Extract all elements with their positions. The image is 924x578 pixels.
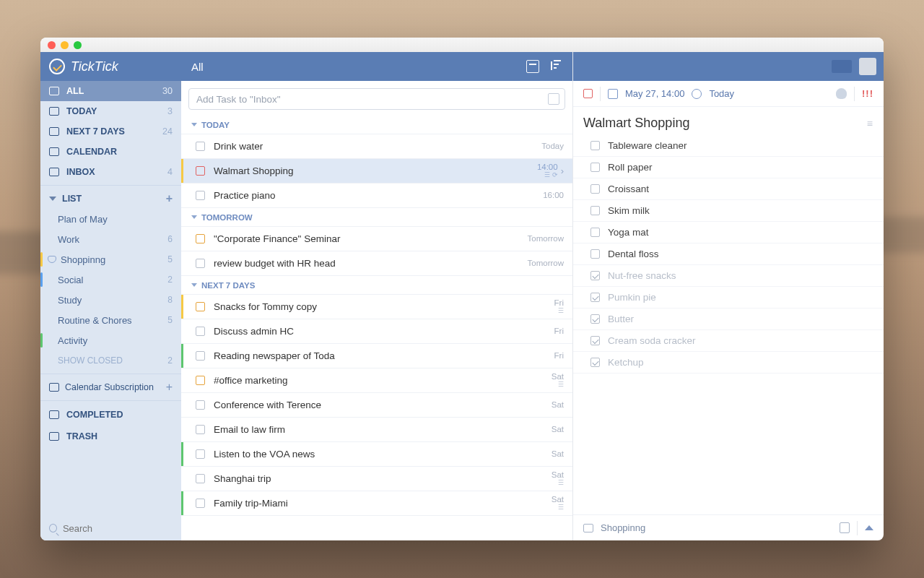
collapse-icon[interactable] xyxy=(865,525,873,530)
checklist-checkbox[interactable] xyxy=(590,163,600,172)
sort-icon[interactable] xyxy=(549,60,562,73)
checklist-item[interactable]: Nut-free snacks xyxy=(573,265,884,287)
task-group-header[interactable]: TOMORROW xyxy=(181,208,572,227)
task-row[interactable]: Shanghai trip Sat☰ xyxy=(181,467,572,491)
avatar[interactable] xyxy=(859,58,876,75)
priority-indicator[interactable]: !!! xyxy=(862,88,873,99)
task-row[interactable]: Conference with Terence Sat xyxy=(181,393,572,418)
checklist-checkbox[interactable] xyxy=(590,228,600,237)
add-calendar-button[interactable]: + xyxy=(166,381,173,394)
task-row[interactable]: Drink water Today xyxy=(181,134,572,159)
task-complete-checkbox[interactable] xyxy=(583,89,593,98)
checklist-item[interactable]: Croissant xyxy=(573,178,884,200)
sync-status-chip[interactable] xyxy=(832,60,852,73)
checklist-item[interactable]: Tableware cleaner xyxy=(573,135,884,157)
checklist-label: Croissant xyxy=(608,184,649,194)
task-checkbox[interactable] xyxy=(196,142,205,151)
repeat-icon[interactable] xyxy=(692,89,702,99)
task-checkbox[interactable] xyxy=(196,376,205,385)
trash-link[interactable]: TRASH xyxy=(40,426,181,447)
task-row[interactable]: Listen to the VOA news Sat xyxy=(181,442,572,467)
checklist-item[interactable]: Yoga mat xyxy=(573,222,884,243)
task-row[interactable]: Family trip-Miami Sat☰ xyxy=(181,491,572,516)
search-input[interactable] xyxy=(63,523,173,534)
sidebar-smart-all[interactable]: ALL 30 xyxy=(40,81,181,101)
sidebar-list-study[interactable]: Study8 xyxy=(40,290,181,310)
add-task-input[interactable] xyxy=(188,88,565,110)
checklist-checkbox[interactable] xyxy=(590,184,600,194)
completed-link[interactable]: COMPLETED xyxy=(40,404,181,426)
task-row[interactable]: Email to law firm Sat xyxy=(181,418,572,442)
checklist-checkbox[interactable] xyxy=(590,141,600,150)
nav-label: NEXT 7 DAYS xyxy=(66,126,125,137)
task-checkbox[interactable] xyxy=(196,259,205,268)
task-row[interactable]: Discuss admin HC Fri xyxy=(181,319,572,344)
trash-icon[interactable] xyxy=(840,522,850,533)
sidebar-smart-next-7-days[interactable]: NEXT 7 DAYS 24 xyxy=(40,121,181,142)
zoom-window-button[interactable] xyxy=(74,41,82,49)
checklist-checkbox[interactable] xyxy=(590,293,600,302)
calendar-subscription[interactable]: Calendar Subscription + xyxy=(40,377,181,397)
add-list-button[interactable]: + xyxy=(166,192,173,205)
task-checkbox[interactable] xyxy=(196,302,205,311)
sidebar-smart-today[interactable]: TODAY 3 xyxy=(40,101,181,121)
checklist-checkbox[interactable] xyxy=(590,271,600,280)
checklist-item[interactable]: Roll paper xyxy=(573,157,884,178)
assignee-icon[interactable] xyxy=(836,88,847,99)
task-checkbox[interactable] xyxy=(196,234,205,243)
close-window-button[interactable] xyxy=(48,41,56,49)
detail-list-name[interactable]: Shoppinng xyxy=(601,522,645,533)
task-group-header[interactable]: TODAY xyxy=(181,116,572,134)
detail-pane-header xyxy=(573,52,884,81)
task-row[interactable]: Reading newspaper of Toda Fri xyxy=(181,344,572,368)
list-section-header[interactable]: LIST + xyxy=(40,189,181,209)
more-menu-icon[interactable]: ≡ xyxy=(867,118,873,129)
checklist-item[interactable]: Dental floss xyxy=(573,243,884,265)
task-row[interactable]: review budget with HR head Tomorrow xyxy=(181,251,572,276)
checklist-item[interactable]: Skim milk xyxy=(573,200,884,222)
checklist-checkbox[interactable] xyxy=(590,314,600,324)
sidebar-smart-inbox[interactable]: INBOX 4 xyxy=(40,162,181,182)
sidebar-list-activity[interactable]: Activity xyxy=(40,330,181,350)
task-repeat[interactable]: Today xyxy=(709,88,734,99)
task-checkbox[interactable] xyxy=(196,327,205,336)
checklist-item[interactable]: Ketchup xyxy=(573,352,884,374)
archive-icon[interactable] xyxy=(526,60,539,73)
show-closed[interactable]: SHOW CLOSED 2 xyxy=(40,350,181,371)
task-checkbox[interactable] xyxy=(196,191,205,200)
task-row[interactable]: Practice piano 16:00 xyxy=(181,184,572,208)
minimize-window-button[interactable] xyxy=(61,41,69,49)
task-due-date[interactable]: May 27, 14:00 xyxy=(625,88,684,99)
task-checkbox[interactable] xyxy=(196,351,205,361)
sidebar-list-work[interactable]: Work6 xyxy=(40,229,181,249)
task-group-header[interactable]: NEXT 7 DAYS xyxy=(181,276,572,295)
sidebar-smart-calendar[interactable]: CALENDAR xyxy=(40,142,181,162)
sidebar-list-social[interactable]: Social2 xyxy=(40,269,181,290)
task-checkbox[interactable] xyxy=(196,425,205,434)
checklist-checkbox[interactable] xyxy=(590,358,600,367)
sidebar-list-plan-of-may[interactable]: Plan of May xyxy=(40,209,181,229)
task-row[interactable]: Snacks for Tommy copy Fri☰ xyxy=(181,295,572,319)
checklist-item[interactable]: Cream soda cracker xyxy=(573,330,884,352)
calendar-icon[interactable] xyxy=(548,93,559,105)
task-row[interactable]: "Corporate Finance" Seminar Tomorrow xyxy=(181,227,572,251)
checklist-checkbox[interactable] xyxy=(590,336,600,345)
detail-title-row: Walmart Shopping ≡ xyxy=(573,107,884,135)
task-row[interactable]: Walmart Shopping 14:00☰ ⟳› xyxy=(181,159,572,184)
calendar-icon[interactable] xyxy=(608,89,618,99)
task-checkbox[interactable] xyxy=(196,474,205,483)
checklist-checkbox[interactable] xyxy=(590,249,600,259)
task-meta: Sat☰ xyxy=(552,372,564,389)
task-row[interactable]: #office marketing Sat☰ xyxy=(181,368,572,393)
checklist-item[interactable]: Butter xyxy=(573,309,884,330)
sidebar-list-shoppinng[interactable]: Shoppinng5 xyxy=(40,249,181,269)
checklist-item[interactable]: Pumkin pie xyxy=(573,287,884,309)
task-title[interactable]: Walmart Shopping xyxy=(583,116,689,131)
sidebar-list-routine-&-chores[interactable]: Routine & Chores5 xyxy=(40,310,181,330)
search-row[interactable] xyxy=(40,516,181,540)
checklist-checkbox[interactable] xyxy=(590,206,600,215)
task-checkbox[interactable] xyxy=(196,400,205,410)
task-checkbox[interactable] xyxy=(196,166,205,176)
task-checkbox[interactable] xyxy=(196,449,205,459)
task-checkbox[interactable] xyxy=(196,499,205,508)
